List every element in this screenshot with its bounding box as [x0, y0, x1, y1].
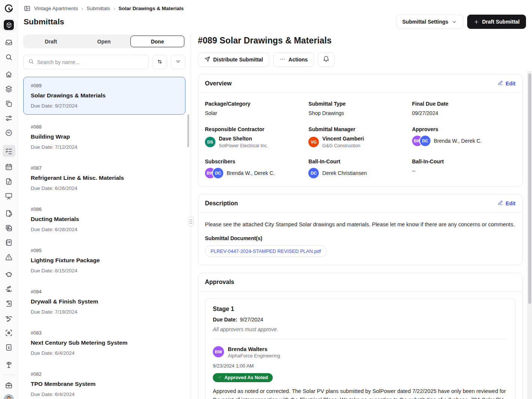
avatar: VG: [308, 137, 319, 147]
svg-text:$: $: [8, 345, 10, 349]
submittal-number: #082: [31, 371, 178, 377]
draft-submittal-button[interactable]: Draft Submittal: [467, 15, 526, 29]
briefcase-icon[interactable]: [3, 380, 15, 390]
avatar-group: BWDC: [205, 168, 223, 178]
submittal-list-item[interactable]: #088Building WrapDue Date: 7/12/2024: [23, 118, 185, 156]
description-edit-button[interactable]: Edit: [498, 200, 516, 207]
sort-button[interactable]: [152, 55, 167, 69]
signpost-icon[interactable]: [3, 360, 15, 369]
tab-draft[interactable]: Draft: [24, 36, 78, 47]
stage-rule: All approvers must approve.: [213, 326, 508, 332]
tab-done[interactable]: Done: [130, 36, 184, 47]
submittal-list-item[interactable]: #082TPO Membrane SystemDue Date: 6/4/202…: [23, 365, 185, 399]
submittal-settings-button[interactable]: Submittal Settings: [396, 15, 463, 29]
breadcrumb-item-1[interactable]: Submittals: [87, 6, 110, 11]
main-scrollbar-thumb[interactable]: [528, 73, 531, 304]
inbox-icon[interactable]: [3, 37, 15, 47]
profile-avatar[interactable]: [4, 394, 14, 399]
actions-button[interactable]: Actions: [273, 52, 314, 67]
notebook-icon[interactable]: [3, 238, 15, 247]
documents-icon[interactable]: [3, 99, 15, 108]
presentation-board-icon[interactable]: [3, 191, 15, 201]
daily-log-icon[interactable]: [3, 176, 15, 186]
rail-groups: RFI$: [3, 34, 15, 373]
piggy-bank-icon[interactable]: [3, 269, 15, 279]
overview-edit-button[interactable]: Edit: [498, 80, 516, 87]
tab-open[interactable]: Open: [78, 36, 131, 47]
detail-actions: Distribute Submittal Actions: [198, 52, 523, 67]
overview-card: Overview Edit Package/CategorySolarSubmi…: [198, 74, 523, 187]
stage-divider: [213, 339, 508, 339]
notifications-button[interactable]: [318, 52, 335, 67]
active-app-tile[interactable]: [2, 20, 16, 30]
search-input[interactable]: [37, 59, 144, 65]
submittal-list-item[interactable]: #085Lighting Fixture PackageDue Date: 8/…: [23, 242, 185, 279]
avatar-group: VG: [308, 137, 319, 147]
field-value: 09/27/2024: [412, 110, 516, 116]
field-label: Submittal Type: [308, 101, 412, 107]
modules-cube-icon: [4, 20, 14, 30]
avatar: DS: [205, 137, 215, 147]
photos-icon[interactable]: [3, 223, 15, 233]
safety-warning-icon[interactable]: [3, 252, 15, 262]
search-icon: [28, 58, 34, 66]
chevron-right-icon: ›: [114, 6, 115, 11]
breadcrumb-item-2: Solar Drawings & Materials: [118, 6, 184, 11]
list-scrollbar-thumb[interactable]: [187, 114, 189, 147]
submittal-list-item[interactable]: #083Next Century Sub Metering SystemDue …: [23, 324, 185, 362]
overview-field: Submittal TypeShop Drawings: [308, 101, 412, 116]
search-box: [23, 55, 149, 69]
avatar: DC: [308, 168, 319, 178]
settings-sliders-icon[interactable]: [3, 113, 15, 123]
calendar-icon[interactable]: [3, 162, 15, 172]
rail-bottom: [3, 377, 15, 399]
panel-toggle-icon[interactable]: [24, 5, 31, 12]
approver-avatar: BW: [213, 346, 224, 357]
submittal-due-date: Due Date: 7/12/2024: [31, 144, 178, 150]
submittal-list: #089Solar Drawings & MaterialsDue Date: …: [23, 77, 185, 399]
overview-field: Final Due Date09/27/2024: [412, 101, 516, 116]
app-logo-icon[interactable]: [4, 4, 13, 15]
invoice-icon[interactable]: $: [3, 342, 15, 352]
submittal-due-date: Due Date: 9/27/2024: [31, 103, 178, 109]
distribute-submittal-button[interactable]: Distribute Submittal: [198, 52, 269, 67]
search-icon[interactable]: [3, 52, 15, 62]
submittal-list-panel: DraftOpenDone #089Solar Drawings & Mater…: [18, 34, 191, 399]
filter-button[interactable]: [171, 55, 185, 69]
approvals-card-header: Approvals: [198, 273, 522, 291]
file-edit-icon[interactable]: [3, 208, 15, 218]
handshake-icon[interactable]: [3, 313, 15, 323]
chevron-down-icon: [451, 19, 457, 25]
budget-scan-icon[interactable]: [3, 328, 15, 338]
person-name: Dave Shelton: [219, 136, 268, 142]
submittal-list-item[interactable]: #084Drywall & Finish SystemDue Date: 7/1…: [23, 283, 185, 321]
submittal-list-item[interactable]: #089Solar Drawings & MaterialsDue Date: …: [23, 77, 185, 115]
panel-resize-handle[interactable]: [188, 217, 194, 226]
contract-icon[interactable]: [3, 299, 15, 308]
status-tabs: DraftOpenDone: [23, 34, 185, 48]
submittal-list-item[interactable]: #087Refrigerant Line & Misc. MaterialsDu…: [23, 159, 185, 197]
rail-group: [3, 356, 15, 373]
content: Vintage Apartments›Submittals›Solar Draw…: [18, 0, 532, 399]
description-text: Please see the attached City Stamped Sol…: [205, 221, 516, 229]
panels: DraftOpenDone #089Solar Drawings & Mater…: [18, 34, 532, 399]
tasks-checklist-icon[interactable]: [3, 145, 15, 157]
avatar-initials: DC: [311, 171, 317, 175]
pencil-icon: [498, 80, 503, 87]
document-chip[interactable]: PLREV-0447-2024-STAMPED REVISED PLAN.pdf: [205, 245, 327, 257]
submittal-number: #087: [31, 165, 178, 171]
person-company: SolPower Electrical Inc.: [219, 143, 268, 148]
rfi-icon[interactable]: RFI: [3, 128, 15, 137]
overview-field: Submittal ManagerVGVincent GamberiG&G Co…: [308, 126, 412, 148]
hand-coins-icon[interactable]: [3, 284, 15, 294]
draft-submittal-label: Draft Submittal: [482, 19, 520, 25]
layers-icon[interactable]: [3, 84, 15, 94]
approvals-card: Approvals Stage 1 Due Date:9/27/2024 All…: [198, 273, 523, 399]
submittal-list-item[interactable]: #086Ducting MaterialsDue Date: 6/28/2024: [23, 200, 185, 238]
submittal-detail-panel: #089 Solar Drawings & Materials Distribu…: [191, 34, 532, 399]
overview-field: ApproversBWDCBrenda W., Derek C.: [412, 126, 516, 148]
home-icon[interactable]: [3, 69, 15, 79]
topbar: Vintage Apartments›Submittals›Solar Draw…: [18, 0, 532, 29]
field-label: Approvers: [412, 126, 516, 132]
breadcrumb-item-0[interactable]: Vintage Apartments: [34, 6, 78, 11]
